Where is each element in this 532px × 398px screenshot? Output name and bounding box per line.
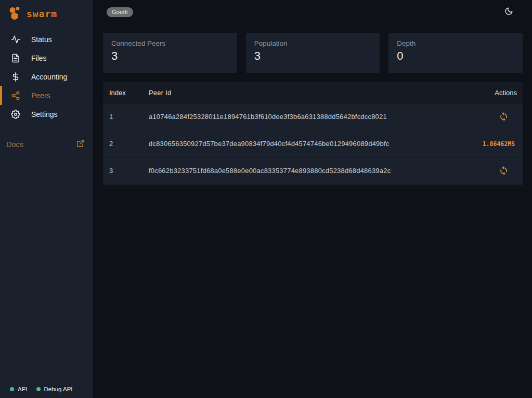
debug-api-status-label: Debug API <box>44 386 73 392</box>
stat-card-connected-peers: Connected Peers 3 <box>103 33 237 73</box>
gear-icon <box>11 110 20 119</box>
sidebar-item-files[interactable]: Files <box>0 49 93 68</box>
peer-latency: 1.86462MS <box>483 140 515 148</box>
peer-id: dc830656350927d57be37dea90834f79d40cf4d4… <box>142 140 456 148</box>
stat-label: Depth <box>397 39 514 47</box>
peer-row: 2 dc830656350927d57be37dea90834f79d40cf4… <box>103 130 523 157</box>
api-status-indicator: API <box>10 386 28 392</box>
stat-value: 0 <box>397 49 514 63</box>
peer-index: 1 <box>103 113 142 121</box>
sidebar-item-settings[interactable]: Settings <box>0 105 93 124</box>
sidebar-nav: Status Files Accounting Peers <box>0 30 93 124</box>
docs-label: Docs <box>6 140 23 149</box>
swarm-hexagons-icon <box>7 6 22 21</box>
api-status-bar: API Debug API <box>0 380 93 398</box>
sidebar: swarm Status Files Accounting <box>0 0 93 398</box>
stat-card-population: Population 3 <box>246 33 380 73</box>
refresh-peer-button[interactable] <box>499 112 509 122</box>
sidebar-item-label: Accounting <box>31 73 67 81</box>
network-badge: Goerli <box>107 7 133 17</box>
theme-toggle-button[interactable] <box>504 7 513 17</box>
api-status-label: API <box>18 386 28 392</box>
sidebar-item-label: Status <box>31 35 52 44</box>
topbar: Goerli <box>93 0 532 24</box>
peer-index: 3 <box>103 167 142 175</box>
peer-row: 1 a10746a284f25328011e1894761b3f610dee3f… <box>103 103 523 130</box>
sidebar-item-label: Settings <box>31 110 58 118</box>
stat-card-depth: Depth 0 <box>388 33 523 73</box>
sidebar-item-accounting[interactable]: Accounting <box>0 68 93 86</box>
sidebar-item-peers[interactable]: Peers <box>0 86 93 105</box>
main-content: Goerli Connected Peers 3 Population 3 De… <box>93 0 532 398</box>
table-bottom-border <box>103 184 523 184</box>
moon-icon <box>504 9 513 17</box>
column-header-actions: Actions <box>456 89 523 97</box>
stat-label: Connected Peers <box>111 39 229 47</box>
stat-value: 3 <box>254 49 372 63</box>
api-status-dot-icon <box>10 387 14 391</box>
stat-cards: Connected Peers 3 Population 3 Depth 0 <box>103 33 523 73</box>
refresh-icon <box>499 169 509 177</box>
sidebar-item-docs[interactable]: Docs <box>0 135 93 153</box>
stat-value: 3 <box>111 49 229 63</box>
peers-table: Index Peer Id Actions 1 a10746a284f25328… <box>103 82 523 184</box>
debug-api-status-dot-icon <box>36 387 41 391</box>
column-header-index: Index <box>103 89 142 97</box>
debug-api-status-indicator: Debug API <box>36 386 73 392</box>
peers-table-header: Index Peer Id Actions <box>103 82 523 103</box>
sidebar-item-label: Files <box>31 54 47 62</box>
share-icon <box>11 91 20 100</box>
peer-id: f0c662b3233751fd68a0e588e0e00ac83353774e… <box>142 167 456 175</box>
peer-row: 3 f0c662b3233751fd68a0e588e0e00ac8335377… <box>103 157 523 184</box>
peer-id: a10746a284f25328011e1894761b3f610dee3f3b… <box>142 113 456 121</box>
swarm-logo[interactable]: swarm <box>0 0 93 25</box>
activity-icon <box>11 35 20 44</box>
external-link-icon <box>76 139 85 149</box>
dollar-icon <box>11 72 20 82</box>
logo-text: swarm <box>27 8 57 19</box>
peer-index: 2 <box>103 140 142 148</box>
refresh-icon <box>499 115 509 123</box>
stat-label: Population <box>254 39 372 47</box>
file-icon <box>11 54 20 63</box>
sidebar-item-status[interactable]: Status <box>0 30 93 49</box>
sidebar-item-label: Peers <box>31 91 50 100</box>
app-root: swarm Status Files Accounting <box>0 0 532 398</box>
column-header-peer-id: Peer Id <box>142 89 456 97</box>
refresh-peer-button[interactable] <box>499 166 509 176</box>
